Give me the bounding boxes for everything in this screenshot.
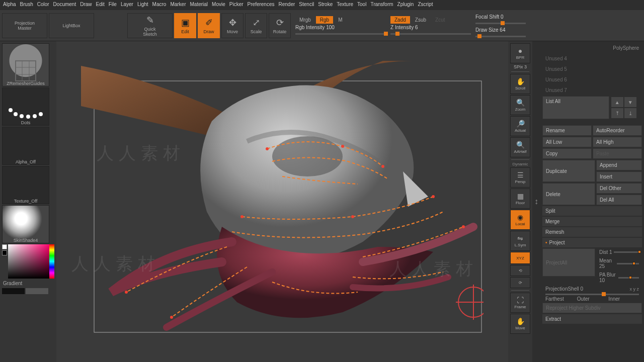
list-all-button[interactable]: List All — [542, 96, 609, 119]
bpr-button[interactable]: ●BPR — [510, 43, 530, 63]
mrgb-tab[interactable]: Mrgb — [295, 16, 315, 24]
scroll-button[interactable]: ✋Scroll — [510, 74, 530, 94]
menu-item[interactable]: Zplugin — [397, 2, 414, 9]
canvas-viewport[interactable]: 人人素材 人人素材 人人素材 — [56, 41, 508, 362]
merge-section[interactable]: Merge — [542, 217, 642, 226]
move-up-button[interactable]: ▲ — [611, 97, 623, 107]
focal-shift-slider[interactable] — [475, 23, 526, 24]
color-picker[interactable] — [2, 244, 54, 279]
menu-item[interactable]: Picker — [229, 2, 244, 9]
menu-item[interactable]: Alpha — [3, 2, 16, 9]
remesh-section[interactable]: Remesh — [542, 227, 642, 237]
rot-y-button[interactable]: ⟲ — [510, 265, 530, 276]
color-swatch-bg[interactable] — [2, 250, 7, 255]
lightbox-button[interactable]: LightBox — [49, 13, 94, 38]
frame-button[interactable]: ⛶Frame — [510, 293, 530, 313]
menu-item[interactable]: Light — [137, 2, 148, 9]
nav-move-button[interactable]: ✋Move — [510, 314, 530, 334]
m-tab[interactable]: M — [334, 16, 346, 24]
draw-size-slider[interactable] — [475, 36, 526, 37]
menu-item[interactable]: Texture — [337, 2, 353, 9]
menu-item[interactable]: Preferences — [248, 2, 275, 9]
autoreorder-button[interactable]: AutoReorder — [593, 125, 642, 136]
project-section[interactable]: Project — [542, 238, 642, 247]
all-low-button[interactable]: All Low — [542, 137, 592, 147]
copy-button[interactable]: Copy — [542, 148, 592, 159]
switch-color-button[interactable] — [2, 288, 25, 294]
project-all-button[interactable]: ProjectAll — [542, 248, 595, 277]
menu-item[interactable]: Brush — [20, 2, 33, 9]
menu-item[interactable]: Color — [37, 2, 49, 9]
menu-item[interactable]: Marker — [170, 2, 186, 9]
menu-item[interactable]: Render — [279, 2, 295, 9]
hue-slider[interactable] — [49, 244, 54, 279]
resize-handle[interactable]: ↕ — [532, 41, 540, 362]
projection-master-button[interactable]: Projection Master — [2, 13, 47, 38]
outer-label[interactable]: Outer — [577, 296, 608, 302]
extract-section[interactable]: Extract — [542, 314, 642, 324]
menu-item[interactable]: Stencil — [299, 2, 314, 9]
projection-shell-slider[interactable]: ProjectionShell 0 x y z — [542, 285, 642, 293]
brush-thumbnail[interactable]: ZRemesherGuides — [2, 43, 49, 86]
rgb-tab[interactable]: Rgb — [316, 16, 333, 24]
actual-button[interactable]: 🔎Actual — [510, 116, 530, 136]
menu-item[interactable]: Layer — [121, 2, 133, 9]
mean-slider[interactable]: Mean 25 — [596, 257, 642, 270]
menu-item[interactable]: File — [109, 2, 117, 9]
material-thumbnail[interactable]: SkinShade4 — [2, 205, 49, 243]
zadd-tab[interactable]: Zadd — [390, 16, 410, 24]
menu-item[interactable]: Macro — [152, 2, 167, 9]
menu-item[interactable]: Material — [190, 2, 208, 9]
menu-item[interactable]: Draw — [80, 2, 92, 9]
farthest-label[interactable]: Farthest — [545, 296, 576, 302]
duplicate-button[interactable]: Duplicate — [542, 160, 595, 182]
rgb-intensity-slider[interactable] — [295, 33, 386, 35]
paste-button[interactable]: Paste — [593, 148, 642, 159]
z-intensity-slider[interactable] — [390, 33, 471, 35]
xyz-button[interactable]: XYZ — [510, 252, 530, 264]
aahalf-button[interactable]: 🔍AAHalf — [510, 137, 530, 157]
dist-slider[interactable]: Dist 1 — [596, 248, 642, 256]
local-button[interactable]: ◉Local — [510, 210, 530, 230]
spix-label[interactable]: SPix 3 — [514, 64, 527, 69]
rename-button[interactable]: Rename — [542, 125, 592, 136]
menu-item[interactable]: Zscript — [418, 2, 433, 9]
texture-thumbnail[interactable]: Texture_Off — [2, 166, 49, 204]
menu-item[interactable]: Document — [53, 2, 76, 9]
rotate-button[interactable]: ⟳Rotate — [269, 13, 291, 38]
gradient-label[interactable]: Gradient — [2, 280, 54, 287]
rot-z-button[interactable]: ⟳ — [510, 277, 530, 288]
move-down-button[interactable]: ▼ — [624, 97, 636, 107]
insert-button[interactable]: Insert — [596, 171, 642, 182]
edit-button[interactable]: ▣Edit — [174, 13, 196, 38]
menu-item[interactable]: Edit — [96, 2, 105, 9]
zsub-tab[interactable]: Zsub — [411, 16, 430, 24]
persp-button[interactable]: ☰Persp — [510, 167, 530, 188]
alt-color-button[interactable] — [26, 288, 48, 294]
menu-item[interactable]: Transform — [370, 2, 393, 9]
zoom-button[interactable]: 🔍Zoom — [510, 95, 530, 115]
delete-button[interactable]: Delete — [542, 183, 595, 205]
lsym-button[interactable]: ⇋L.Sym — [510, 231, 530, 251]
draw-button[interactable]: ✐Draw — [198, 13, 220, 38]
del-all-button[interactable]: Del All — [596, 195, 642, 205]
scale-button[interactable]: ⤢Scale — [245, 13, 267, 38]
floor-button[interactable]: ▦Floor — [510, 189, 530, 209]
stroke-thumbnail[interactable]: Dots — [2, 87, 49, 126]
color-swatch-fg[interactable] — [2, 244, 7, 249]
menu-item[interactable]: Tool — [357, 2, 366, 9]
zcut-tab[interactable]: Zcut — [431, 16, 449, 24]
menu-item[interactable]: Stroke — [318, 2, 333, 9]
del-other-button[interactable]: Del Other — [596, 183, 642, 194]
inner-label[interactable]: Inner — [608, 296, 639, 302]
move-button[interactable]: ✥Move — [221, 13, 244, 38]
split-section[interactable]: Split — [542, 206, 642, 216]
menu-item[interactable]: Movie — [212, 2, 225, 9]
move-bottom-button[interactable]: ⤓ — [624, 108, 636, 118]
quick-sketch-button[interactable]: ✎Quick Sketch — [127, 13, 173, 38]
append-button[interactable]: Append — [596, 160, 642, 170]
pablur-slider[interactable]: PA Blur 10 — [596, 271, 642, 284]
alpha-thumbnail[interactable]: Alpha_Off — [2, 127, 49, 165]
move-top-button[interactable]: ⤒ — [611, 108, 623, 118]
reproject-button[interactable]: Reproject Higher Subdiv — [542, 303, 642, 313]
